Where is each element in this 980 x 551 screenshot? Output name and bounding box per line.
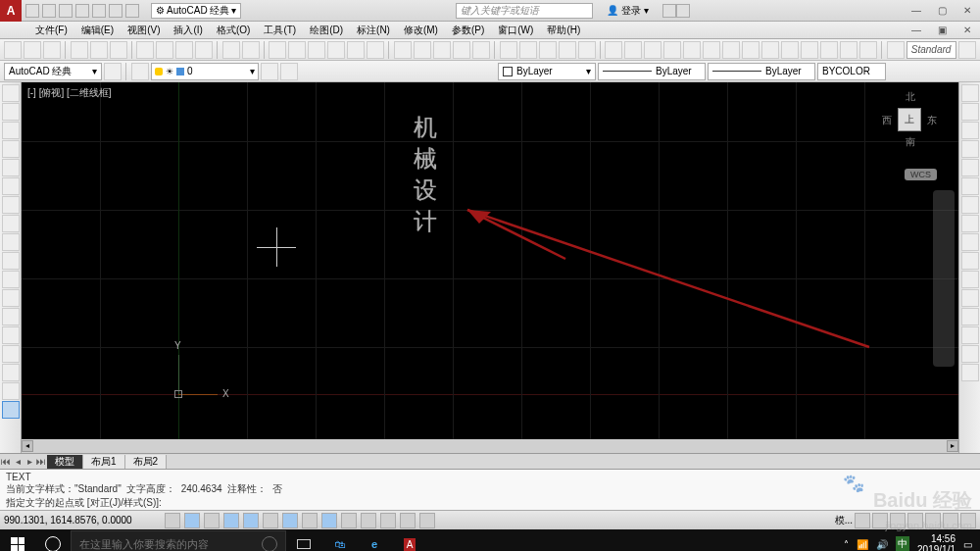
boundary-icon[interactable]	[2, 308, 20, 326]
tray-ime-icon[interactable]: 中	[896, 536, 909, 551]
workspace-selector-qat[interactable]: ⚙ AutoCAD 经典 ▾	[151, 3, 241, 19]
menu-format[interactable]: 格式(O)	[211, 24, 256, 37]
ellipse-icon[interactable]	[2, 177, 20, 195]
tray-network-icon[interactable]: 📶	[857, 539, 868, 550]
tab-prev-icon[interactable]: ◂	[12, 456, 24, 467]
linetype-selector[interactable]: ByLayer	[598, 63, 706, 80]
plotstyle-selector[interactable]: BYCOLOR	[817, 63, 886, 80]
dsg-icon[interactable]	[519, 41, 537, 59]
m13-icon[interactable]	[840, 41, 858, 59]
tray-up-icon[interactable]: ˄	[844, 539, 849, 550]
osnap-toggle[interactable]	[243, 513, 259, 528]
autocad-taskbar-icon[interactable]: A	[392, 529, 427, 551]
m7-icon[interactable]	[722, 41, 740, 59]
offset-icon[interactable]	[961, 140, 979, 158]
task-view-icon[interactable]	[286, 529, 321, 551]
block4-icon[interactable]	[327, 41, 345, 59]
layer-prev-icon[interactable]	[280, 63, 298, 80]
maximize-button[interactable]: ▢	[929, 2, 955, 20]
m10-icon[interactable]	[781, 41, 799, 59]
help-icon[interactable]	[676, 4, 690, 18]
ws-settings-icon[interactable]	[104, 63, 122, 80]
m12-icon[interactable]	[820, 41, 838, 59]
erase-icon[interactable]	[961, 84, 979, 102]
cortana-icon[interactable]	[35, 536, 71, 551]
ducs-toggle[interactable]	[302, 513, 318, 528]
notifications-icon[interactable]: ▭	[963, 539, 972, 550]
spline-icon[interactable]	[2, 196, 20, 214]
chamfer-icon[interactable]	[961, 326, 979, 344]
menu-draw[interactable]: 绘图(D)	[304, 24, 349, 37]
fillet-icon[interactable]	[961, 345, 979, 363]
tab-first-icon[interactable]: ⏮	[0, 456, 12, 467]
gradient-icon[interactable]	[2, 289, 20, 307]
tab-last-icon[interactable]: ⏭	[35, 456, 47, 467]
menu-tools[interactable]: 工具(T)	[258, 24, 302, 37]
workspace-dropdown[interactable]: AutoCAD 经典 ▾	[4, 63, 102, 80]
m2-icon[interactable]	[624, 41, 642, 59]
block-icon[interactable]	[269, 41, 286, 59]
3dosnap-toggle[interactable]	[263, 513, 278, 528]
viewcube-west[interactable]: 西	[882, 114, 892, 127]
save-icon[interactable]	[43, 41, 61, 59]
snap-toggle[interactable]	[165, 513, 180, 528]
st-r1-icon[interactable]	[855, 513, 870, 528]
minimize-button[interactable]: —	[904, 2, 929, 20]
st-r7-icon[interactable]	[960, 513, 976, 528]
otrack-toggle[interactable]	[282, 513, 298, 528]
block3-icon[interactable]	[308, 41, 325, 59]
app-logo[interactable]: A	[0, 0, 22, 22]
menu-edit[interactable]: 编辑(E)	[75, 24, 120, 37]
menu-modify[interactable]: 修改(M)	[398, 24, 444, 37]
m5-icon[interactable]	[683, 41, 701, 59]
qat-saveas-icon[interactable]	[75, 4, 89, 18]
array-icon[interactable]	[961, 159, 979, 176]
edge-icon[interactable]: e	[357, 529, 392, 551]
circle-icon[interactable]	[2, 122, 20, 139]
menu-help[interactable]: 帮助(H)	[541, 24, 586, 37]
preview-icon[interactable]	[90, 41, 108, 59]
doc-close-button[interactable]: ✕	[955, 22, 980, 39]
qat-save-icon[interactable]	[59, 4, 73, 18]
region-icon[interactable]	[2, 326, 20, 344]
viewcube-north[interactable]: 北	[906, 90, 915, 104]
break-icon[interactable]	[961, 289, 979, 307]
tstyle2-icon[interactable]	[958, 41, 976, 59]
menu-view[interactable]: 视图(V)	[122, 24, 166, 37]
menu-dimension[interactable]: 标注(N)	[351, 24, 396, 37]
menu-window[interactable]: 窗口(W)	[492, 24, 539, 37]
qat-plot-icon[interactable]	[92, 4, 106, 18]
m1-icon[interactable]	[605, 41, 622, 59]
viewcube[interactable]: 北 南 西 东 上	[880, 88, 939, 167]
scale-icon[interactable]	[961, 215, 979, 232]
polar-toggle[interactable]	[223, 513, 239, 528]
copy2-icon[interactable]	[961, 103, 979, 121]
mic-icon[interactable]	[262, 536, 277, 551]
lineweight-selector[interactable]: ByLayer	[708, 63, 815, 80]
paste-icon[interactable]	[175, 41, 193, 59]
doc-minimize-button[interactable]: —	[904, 22, 929, 39]
m3-icon[interactable]	[644, 41, 662, 59]
polygon-icon[interactable]	[2, 252, 20, 270]
extend-icon[interactable]	[961, 271, 979, 288]
prop-icon[interactable]	[500, 41, 517, 59]
viewcube-top[interactable]: 上	[898, 108, 921, 131]
zoom-win-icon[interactable]	[453, 41, 470, 59]
stretch-icon[interactable]	[961, 233, 979, 251]
xline-icon[interactable]	[2, 215, 20, 232]
m8-icon[interactable]	[742, 41, 760, 59]
viewcube-east[interactable]: 东	[927, 114, 937, 127]
text-icon[interactable]	[2, 401, 20, 419]
move-icon[interactable]	[961, 177, 979, 195]
menu-file[interactable]: 文件(F)	[29, 24, 74, 37]
h-scrollbar[interactable]: ◂ ▸	[22, 439, 958, 453]
pline-icon[interactable]	[2, 103, 20, 121]
new-icon[interactable]	[4, 41, 22, 59]
viewcube-south[interactable]: 南	[906, 135, 915, 149]
redo-icon[interactable]	[242, 41, 260, 59]
tray-volume-icon[interactable]: 🔊	[876, 539, 888, 550]
layer-state-icon[interactable]	[261, 63, 278, 80]
menu-insert[interactable]: 插入(I)	[168, 24, 208, 37]
trim-icon[interactable]	[961, 252, 979, 270]
qat-undo-icon[interactable]	[109, 4, 122, 18]
